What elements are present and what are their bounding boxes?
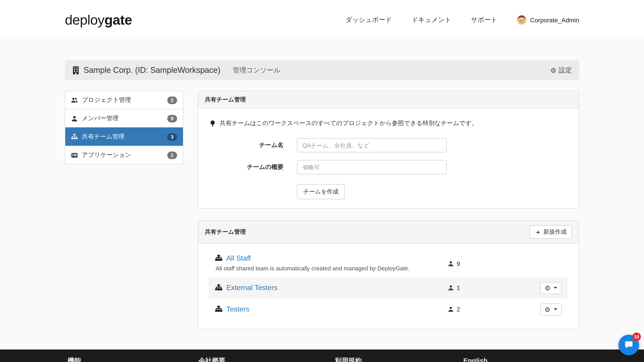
team-row: External Testers 1 [209,277,568,299]
team-description-input[interactable] [297,160,447,174]
member-count: 9 [448,260,530,267]
sidebar-item-shared-teams[interactable]: 共有チーム管理 3 [65,127,183,146]
footer-heading-features: 機能 [68,357,81,362]
create-team-panel: 共有チーム管理 共有チームはこのワークスペースのすべてのプロ [198,91,579,209]
new-team-button-label: 新規作成 [544,228,567,236]
team-row: Testers 2 ⚙ [209,299,568,320]
lightbulb-icon [209,120,216,127]
chevron-down-icon [554,287,557,289]
sidebar-item-projects[interactable]: プロジェクト管理 2 [65,91,183,109]
building-icon [72,66,80,74]
member-icon [448,260,454,267]
sitemap-icon [71,133,78,140]
panel-heading: 共有チーム管理 [198,91,579,109]
footer-heading-terms: 利用規約 [335,357,362,362]
deploygate-logo[interactable]: deploygate [65,12,132,28]
sitemap-icon [215,306,222,313]
settings-label: 設定 [558,66,572,74]
workspace-settings-button[interactable]: ⚙ 設定 [550,66,572,74]
chat-icon [624,340,634,350]
member-count-value: 9 [456,260,460,267]
gear-icon: ⚙ [550,67,556,73]
top-nav: ダッシュボード ドキュメント サポート Corporate_Admin [346,15,579,24]
member-count: 2 [448,306,530,313]
nav-support[interactable]: サポート [471,16,497,24]
team-name-label: チーム名 [209,141,284,149]
team-link[interactable]: Testers [226,305,249,313]
member-count: 1 [448,284,530,291]
sidebar-item-label: アプリケーション [82,151,131,159]
team-link[interactable]: All Staff [226,254,251,262]
count-badge: 3 [167,133,177,141]
sitemap-icon [215,255,222,262]
count-badge: 2 [167,96,177,104]
footer-heading-company: 会社概要 [198,357,226,362]
gear-icon: ⚙ [544,285,550,291]
plus-icon: ＋ [535,229,541,235]
gear-icon: ⚙ [544,306,550,313]
count-badge: 9 [167,115,177,122]
avatar [517,15,526,24]
applications-icon [71,152,78,158]
team-row: All Staff All staff shared team is autom… [209,250,568,277]
chat-launcher[interactable]: 10 [618,335,639,355]
panel-title: 共有チーム管理 [205,228,246,236]
site-footer: 機能 会社概要 利用規約 English [0,350,644,362]
sidebar-item-label: メンバー管理 [82,114,118,122]
user-icon [71,115,78,122]
create-team-button[interactable]: チームを作成 [297,184,345,199]
users-icon [71,97,78,103]
team-description-row: チームの概要 [209,160,568,174]
sidebar-item-label: 共有チーム管理 [82,133,124,141]
admin-sidebar: プロジェクト管理 2 メンバー管理 9 [65,91,183,164]
workspace-title-group: Sample Corp. (ID: SampleWorkspace) [72,65,220,75]
sidebar-item-applications[interactable]: アプリケーション 1 [65,146,183,164]
nav-documents[interactable]: ドキュメント [412,16,451,24]
panel-heading: 共有チーム管理 ＋ 新規作成 [198,221,579,244]
footer-heading-english: English [463,357,488,362]
teams-list-panel: 共有チーム管理 ＋ 新規作成 [198,220,579,329]
count-badge: 1 [167,151,177,159]
team-name-input[interactable] [297,138,447,152]
chevron-down-icon [554,308,557,310]
info-text: 共有チームはこのワークスペースのすべてのプロジェクトから参照できる特別なチームで… [220,119,478,127]
page: deploygate ダッシュボード ドキュメント サポート Corporate… [0,0,644,362]
nav-dashboard[interactable]: ダッシュボード [346,16,392,24]
team-description-label: チームの概要 [209,163,284,171]
workspace-bar: Sample Corp. (ID: SampleWorkspace) 管理コンソ… [65,60,579,80]
chat-unread-badge: 10 [632,333,641,341]
user-name: Corporate_Admin [530,16,579,23]
panel-title: 共有チーム管理 [205,96,246,104]
workspace-subtitle: 管理コンソール [233,66,281,74]
site-header: deploygate ダッシュボード ドキュメント サポート Corporate… [0,0,644,40]
team-name-row: チーム名 [209,138,568,152]
logo-text-bold: gate [104,12,132,27]
workspace-title: Sample Corp. (ID: SampleWorkspace) [84,65,220,75]
member-count-value: 2 [456,306,460,313]
sidebar-item-members[interactable]: メンバー管理 9 [65,109,183,127]
member-icon [448,285,454,291]
member-icon [448,306,454,312]
user-menu[interactable]: Corporate_Admin [517,15,579,24]
sidebar-item-label: プロジェクト管理 [82,96,131,104]
new-team-button[interactable]: ＋ 新規作成 [530,225,572,239]
team-settings-dropdown[interactable]: ⚙ [540,282,562,294]
info-line: 共有チームはこのワークスペースのすべてのプロジェクトから参照できる特別なチームで… [209,119,568,127]
logo-text-normal: deploy [65,12,104,27]
team-description: All staff shared team is automatically c… [216,265,448,272]
team-link[interactable]: External Testers [226,284,278,292]
member-count-value: 1 [456,284,460,291]
sitemap-icon [215,284,222,291]
team-settings-dropdown[interactable]: ⚙ [540,303,562,315]
